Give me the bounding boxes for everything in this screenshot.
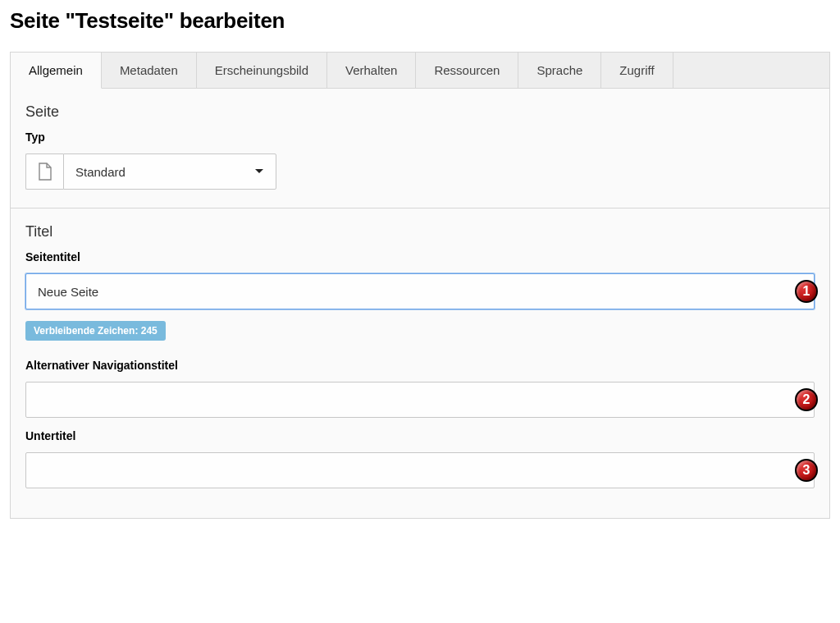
remaining-chars-pill: Verbleibende Zeichen: 245 [25,321,166,341]
page-title: Seite "Testseite" bearbeiten [10,8,830,34]
nav-title-input[interactable] [25,382,815,418]
tab-verhalten[interactable]: Verhalten [327,53,416,88]
untertitel-label: Untertitel [25,429,815,442]
page-icon [38,163,52,181]
page-type-icon-box [25,153,63,190]
edit-form: Allgemein Metadaten Erscheinungsbild Ver… [10,52,830,519]
tab-allgemein[interactable]: Allgemein [11,53,102,89]
nav-title-label: Alternativer Navigationstitel [25,359,815,372]
page-type-select[interactable]: Standard [63,153,276,190]
tab-ressourcen[interactable]: Ressourcen [416,53,518,88]
tab-metadaten[interactable]: Metadaten [102,53,197,88]
seitentitel-label: Seitentitel [25,250,815,263]
section-seite: Seite Typ Standard [11,89,829,208]
tab-zugriff[interactable]: Zugriff [601,53,673,88]
seitentitel-input[interactable] [25,273,815,309]
tab-erscheinungsbild[interactable]: Erscheinungsbild [197,53,327,88]
section-titel-title: Titel [25,223,815,240]
section-seite-title: Seite [25,103,815,121]
tab-bar: Allgemein Metadaten Erscheinungsbild Ver… [11,53,829,89]
section-titel: Titel Seitentitel 1 Verbleibende Zeichen… [11,208,829,518]
type-label: Typ [25,131,815,144]
untertitel-input[interactable] [25,452,815,488]
tab-sprache[interactable]: Sprache [518,53,601,88]
